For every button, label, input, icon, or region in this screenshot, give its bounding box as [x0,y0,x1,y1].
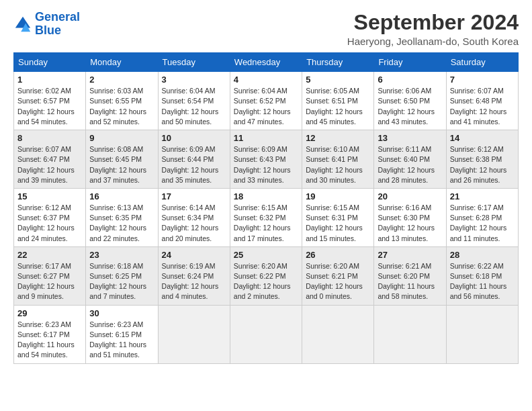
calendar-cell-8: 8Sunrise: 6:07 AMSunset: 6:47 PMDaylight… [14,130,86,189]
calendar-week-3: 15Sunrise: 6:12 AMSunset: 6:37 PMDayligh… [14,188,519,246]
calendar-cell-16: 16Sunrise: 6:13 AMSunset: 6:35 PMDayligh… [86,188,158,246]
cell-info: Sunrise: 6:16 AMSunset: 6:30 PMDaylight:… [378,203,435,242]
calendar-cell-26: 26Sunrise: 6:20 AMSunset: 6:21 PMDayligh… [302,246,374,305]
cell-info: Sunrise: 6:12 AMSunset: 6:38 PMDaylight:… [450,145,507,184]
cell-info: Sunrise: 6:19 AMSunset: 6:24 PMDaylight:… [162,262,219,301]
calendar-cell-13: 13Sunrise: 6:11 AMSunset: 6:40 PMDayligh… [374,130,446,189]
day-number: 11 [234,133,298,143]
cell-info: Sunrise: 6:23 AMSunset: 6:15 PMDaylight:… [89,320,146,359]
cell-info: Sunrise: 6:17 AMSunset: 6:27 PMDaylight:… [17,262,75,301]
calendar-week-1: 1Sunrise: 6:02 AMSunset: 6:57 PMDaylight… [14,72,519,130]
weekday-friday: Friday [374,53,446,72]
weekday-saturday: Saturday [446,53,518,72]
cell-info: Sunrise: 6:10 AMSunset: 6:41 PMDaylight:… [306,145,363,184]
day-number: 4 [234,75,298,85]
calendar-cell-17: 17Sunrise: 6:14 AMSunset: 6:34 PMDayligh… [158,188,230,246]
cell-info: Sunrise: 6:02 AMSunset: 6:57 PMDaylight:… [17,87,75,126]
weekday-wednesday: Wednesday [230,53,302,72]
day-number: 10 [162,133,226,143]
cell-info: Sunrise: 6:05 AMSunset: 6:51 PMDaylight:… [306,87,363,126]
cell-info: Sunrise: 6:07 AMSunset: 6:47 PMDaylight:… [17,145,75,184]
calendar-cell-23: 23Sunrise: 6:18 AMSunset: 6:25 PMDayligh… [86,246,158,305]
day-number: 26 [306,250,370,260]
weekday-header-row: SundayMondayTuesdayWednesdayThursdayFrid… [14,53,519,72]
calendar-cell-29: 29Sunrise: 6:23 AMSunset: 6:17 PMDayligh… [14,305,86,363]
day-number: 9 [89,133,154,143]
cell-info: Sunrise: 6:20 AMSunset: 6:21 PMDaylight:… [306,262,363,301]
logo: General Blue [13,11,80,38]
cell-info: Sunrise: 6:04 AMSunset: 6:52 PMDaylight:… [234,87,291,126]
day-number: 27 [378,250,442,260]
day-number: 20 [378,191,442,201]
logo-text: General Blue [35,11,80,38]
calendar-cell-1: 1Sunrise: 6:02 AMSunset: 6:57 PMDaylight… [14,72,86,130]
cell-info: Sunrise: 6:20 AMSunset: 6:22 PMDaylight:… [234,262,291,301]
day-number: 15 [17,191,82,201]
calendar-cell-5: 5Sunrise: 6:05 AMSunset: 6:51 PMDaylight… [302,72,374,130]
calendar-cell-27: 27Sunrise: 6:21 AMSunset: 6:20 PMDayligh… [374,246,446,305]
cell-info: Sunrise: 6:22 AMSunset: 6:18 PMDaylight:… [450,262,507,301]
day-number: 5 [306,75,370,85]
weekday-tuesday: Tuesday [158,53,230,72]
calendar-cell-11: 11Sunrise: 6:09 AMSunset: 6:43 PMDayligh… [230,130,302,189]
calendar-week-5: 29Sunrise: 6:23 AMSunset: 6:17 PMDayligh… [14,305,519,363]
cell-info: Sunrise: 6:08 AMSunset: 6:45 PMDaylight:… [89,145,146,184]
day-number: 28 [450,250,515,260]
calendar-cell-15: 15Sunrise: 6:12 AMSunset: 6:37 PMDayligh… [14,188,86,246]
day-number: 29 [17,308,82,318]
day-number: 18 [234,191,298,201]
cell-info: Sunrise: 6:03 AMSunset: 6:55 PMDaylight:… [89,87,146,126]
calendar-cell-30: 30Sunrise: 6:23 AMSunset: 6:15 PMDayligh… [86,305,158,363]
empty-cell [302,305,374,363]
svg-marker-0 [15,17,30,28]
day-number: 23 [89,250,154,260]
calendar: SundayMondayTuesdayWednesdayThursdayFrid… [13,52,519,363]
cell-info: Sunrise: 6:15 AMSunset: 6:31 PMDaylight:… [306,203,363,242]
day-number: 7 [450,75,515,85]
calendar-cell-22: 22Sunrise: 6:17 AMSunset: 6:27 PMDayligh… [14,246,86,305]
cell-info: Sunrise: 6:15 AMSunset: 6:32 PMDaylight:… [234,203,291,242]
calendar-cell-18: 18Sunrise: 6:15 AMSunset: 6:32 PMDayligh… [230,188,302,246]
day-number: 6 [378,75,442,85]
logo-blue: Blue [35,24,61,37]
calendar-cell-7: 7Sunrise: 6:07 AMSunset: 6:48 PMDaylight… [446,72,518,130]
cell-info: Sunrise: 6:09 AMSunset: 6:43 PMDaylight:… [234,145,291,184]
title-block: September 2024 Haeryong, Jeollanam-do, S… [347,11,519,47]
logo-icon [13,15,32,34]
cell-info: Sunrise: 6:21 AMSunset: 6:20 PMDaylight:… [378,262,435,301]
calendar-body: 1Sunrise: 6:02 AMSunset: 6:57 PMDaylight… [14,72,519,363]
empty-cell [374,305,446,363]
empty-cell [158,305,230,363]
day-number: 21 [450,191,515,201]
calendar-cell-9: 9Sunrise: 6:08 AMSunset: 6:45 PMDaylight… [86,130,158,189]
calendar-cell-19: 19Sunrise: 6:15 AMSunset: 6:31 PMDayligh… [302,188,374,246]
day-number: 8 [17,133,82,143]
calendar-cell-4: 4Sunrise: 6:04 AMSunset: 6:52 PMDaylight… [230,72,302,130]
cell-info: Sunrise: 6:17 AMSunset: 6:28 PMDaylight:… [450,203,507,242]
cell-info: Sunrise: 6:09 AMSunset: 6:44 PMDaylight:… [162,145,219,184]
day-number: 25 [234,250,298,260]
calendar-cell-3: 3Sunrise: 6:04 AMSunset: 6:54 PMDaylight… [158,72,230,130]
logo-general: General [35,10,80,24]
header: General Blue September 2024 Haeryong, Je… [13,11,519,47]
day-number: 16 [89,191,154,201]
weekday-monday: Monday [86,53,158,72]
calendar-cell-10: 10Sunrise: 6:09 AMSunset: 6:44 PMDayligh… [158,130,230,189]
calendar-week-4: 22Sunrise: 6:17 AMSunset: 6:27 PMDayligh… [14,246,519,305]
cell-info: Sunrise: 6:14 AMSunset: 6:34 PMDaylight:… [162,203,219,242]
cell-info: Sunrise: 6:13 AMSunset: 6:35 PMDaylight:… [89,203,146,242]
empty-cell [230,305,302,363]
day-number: 13 [378,133,442,143]
day-number: 24 [162,250,226,260]
calendar-cell-21: 21Sunrise: 6:17 AMSunset: 6:28 PMDayligh… [446,188,518,246]
day-number: 22 [17,250,82,260]
day-number: 2 [89,75,154,85]
day-number: 12 [306,133,370,143]
empty-cell [446,305,518,363]
cell-info: Sunrise: 6:04 AMSunset: 6:54 PMDaylight:… [162,87,219,126]
day-number: 19 [306,191,370,201]
calendar-cell-24: 24Sunrise: 6:19 AMSunset: 6:24 PMDayligh… [158,246,230,305]
location: Haeryong, Jeollanam-do, South Korea [347,36,519,47]
day-number: 1 [17,75,82,85]
weekday-sunday: Sunday [14,53,86,72]
